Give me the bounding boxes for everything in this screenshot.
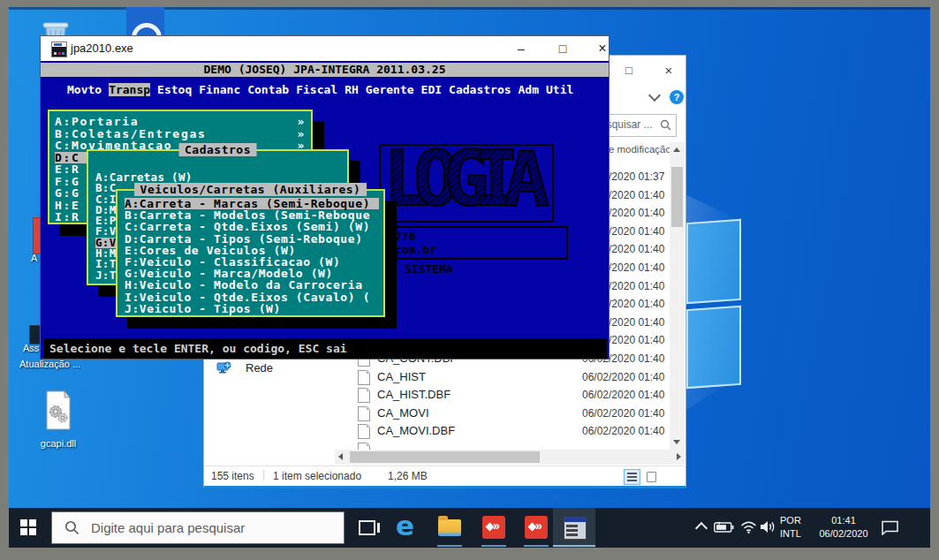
file-row[interactable]: CA_HIST.DBF06/02/2020 01:40 xyxy=(204,386,670,404)
circle-logo-fragment-icon xyxy=(132,23,162,36)
action-center-icon[interactable] xyxy=(881,520,899,535)
scroll-right-icon[interactable] xyxy=(677,453,681,460)
dos-header: DEMO (JOSEQ) JPA-INTEGRA 2011.03.25 xyxy=(41,63,609,77)
menu-item[interactable]: A:Portaria» xyxy=(55,116,306,128)
menu-item[interactable]: H:Veiculo - Modelo da Carroceria xyxy=(125,279,379,291)
ms-dos-app-icon xyxy=(51,42,67,57)
clock[interactable]: 01:41 06/02/2020 xyxy=(808,514,879,541)
dos-menu-bar: MovtoTranspEstoqFinancContabFiscalRHGere… xyxy=(67,83,573,96)
submenu-arrow-icon: » xyxy=(297,128,306,140)
info-line-1: 776 xyxy=(395,230,566,243)
screen: A Ass Atualização ... gcapi.dll – □ × ? … xyxy=(0,0,939,560)
dos-menu-adm[interactable]: Adm xyxy=(519,83,539,96)
desktop-shortcut-updater-label-2[interactable]: Atualização ... xyxy=(19,359,80,369)
ascii-logo-box: LOGIA xyxy=(379,144,554,223)
menu-item[interactable]: E:Cores de Veiculos (W) xyxy=(125,245,379,256)
menu-item[interactable]: D:Carreta - Tipos (Semi-Reboque) xyxy=(125,233,379,245)
taskbar-app-jpa2010-active[interactable] xyxy=(553,508,595,548)
menu-item-label: C:Carreta - Qtde.Eixos (Semi) (W) xyxy=(125,221,370,232)
battery-icon[interactable] xyxy=(714,522,734,533)
jpa2010-title-bar[interactable]: jpa2010.exe – □ × xyxy=(41,36,609,61)
menu-item-label: F:G xyxy=(55,176,80,188)
jpa2010-window: jpa2010.exe – □ × DEMO (JOSEQ) JPA-INTEG… xyxy=(40,35,610,359)
file-row[interactable]: CA_HIST06/02/2020 01:40 xyxy=(204,368,670,386)
file-date-modified: 06/02/2020 01:40 xyxy=(582,405,664,422)
file-date-modified: 06/02/2020 01:40 xyxy=(582,386,664,404)
red-app-icon: » xyxy=(482,516,505,539)
tray-hidden-icons-chevron-icon[interactable] xyxy=(695,522,708,534)
language-indicator[interactable]: POR INTL xyxy=(780,514,801,541)
language-line-1: POR xyxy=(780,514,801,527)
dos-menu-movto[interactable]: Movto xyxy=(67,83,102,96)
menu-item[interactable]: J:Veiculo - Tipos (W) xyxy=(125,303,379,314)
desktop-shortcut-red-label[interactable]: A xyxy=(31,253,37,263)
desktop-shortcut-gcapi-label[interactable]: gcapi.dll xyxy=(32,438,85,449)
file-date-modified: 06/02/2020 01:40 xyxy=(582,368,664,386)
taskbar-app-red-1[interactable]: » xyxy=(474,508,513,548)
vertical-scrollbar[interactable] xyxy=(670,142,685,450)
help-icon[interactable]: ? xyxy=(670,90,684,104)
menu-item[interactable]: A:Carretas (W) xyxy=(95,172,342,183)
file-icon xyxy=(358,406,370,421)
dos-menu-contab[interactable]: Contab xyxy=(247,83,289,96)
menu-item-label: I:Veiculo - Qtde.Eixos (Cavalo) ( xyxy=(125,291,370,303)
scroll-left-icon[interactable] xyxy=(338,453,343,460)
dos-menu-financ[interactable]: Financ xyxy=(199,83,240,96)
file-name: CA_MOVI.DBF xyxy=(377,422,455,440)
menu-item-label: I:R xyxy=(55,211,80,223)
gcapi-dll-icon[interactable] xyxy=(42,390,74,432)
thumbnails-view-button[interactable] xyxy=(644,469,659,483)
taskbar-search-placeholder: Digite aqui para pesquisar xyxy=(91,520,245,535)
sistema-label: SISTEMA xyxy=(405,262,453,276)
taskbar-app-edge[interactable]: e xyxy=(389,508,428,548)
dos-menu-util[interactable]: Util xyxy=(546,83,573,96)
menu-veiculos-title: Veiculos/Carretas (Auxiliares) xyxy=(134,183,367,196)
jpa2010-maximize-button[interactable]: □ xyxy=(550,40,575,57)
file-row[interactable]: CA_MOVI06/02/2020 01:40 xyxy=(204,405,670,422)
red-app-icon: » xyxy=(525,516,548,539)
file-explorer-icon xyxy=(438,519,461,536)
selection-count: 1 item selecionado xyxy=(273,470,361,482)
status-divider: | xyxy=(262,468,265,481)
jpa2010-minimize-button[interactable]: – xyxy=(509,40,534,57)
dos-menu-edi[interactable]: EDI xyxy=(421,83,442,96)
file-icon xyxy=(358,370,370,385)
horizontal-scrollbar[interactable] xyxy=(335,450,685,465)
dos-menu-estoq[interactable]: Estoq xyxy=(157,83,192,96)
scroll-down-icon[interactable] xyxy=(673,440,680,444)
dos-menu-rh[interactable]: RH xyxy=(345,83,359,96)
dos-menu-transp[interactable]: Transp xyxy=(109,83,150,96)
dos-menu-cadastros[interactable]: Cadastros xyxy=(449,83,511,96)
menu-item[interactable]: I:Veiculo - Qtde.Eixos (Cavalo) ( xyxy=(125,291,379,303)
vertical-scroll-thumb[interactable] xyxy=(671,167,683,227)
file-row[interactable]: CA_MOVI.DBF06/02/2020 01:40 xyxy=(204,422,670,440)
volume-icon[interactable] xyxy=(760,520,777,534)
scroll-up-icon[interactable] xyxy=(673,148,680,152)
taskbar-app-file-explorer[interactable] xyxy=(430,508,469,548)
file-name: CA_HIST xyxy=(377,368,426,386)
ribbon-collapse-chevron-icon[interactable] xyxy=(648,89,661,102)
menu-item-label: G:G xyxy=(55,187,80,200)
explorer-maximize-button[interactable]: □ xyxy=(616,62,642,79)
jpa2010-close-button[interactable]: × xyxy=(590,40,615,57)
file-icon xyxy=(358,388,370,403)
details-view-button[interactable] xyxy=(624,469,640,485)
menu-item[interactable]: B:Coletas/Entregas» xyxy=(55,128,306,140)
desktop-shortcut-updater-label-1[interactable]: Ass xyxy=(23,343,39,353)
explorer-close-button[interactable]: × xyxy=(655,62,682,79)
active-indicator xyxy=(553,545,595,547)
wifi-icon[interactable] xyxy=(740,521,757,534)
start-button[interactable] xyxy=(9,508,48,548)
taskbar-app-red-2[interactable]: » xyxy=(517,508,556,548)
dos-menu-fiscal[interactable]: Fiscal xyxy=(296,83,337,96)
menu-item-label: D:Carreta - Tipos (Semi-Reboque) xyxy=(125,233,363,245)
menu-item[interactable]: C:Carreta - Qtde.Eixos (Semi) (W) xyxy=(125,221,379,232)
horizontal-scroll-thumb[interactable] xyxy=(350,451,540,463)
taskbar-search-input[interactable]: Digite aqui para pesquisar xyxy=(51,511,345,544)
task-view-icon xyxy=(359,520,375,535)
menu-cadastros-title: Cadastros xyxy=(178,143,257,156)
menu-item-label: D:C xyxy=(55,152,80,164)
task-view-button[interactable] xyxy=(350,508,387,548)
submenu-arrow-icon: » xyxy=(297,116,306,128)
dos-menu-gerente[interactable]: Gerente xyxy=(366,83,414,96)
